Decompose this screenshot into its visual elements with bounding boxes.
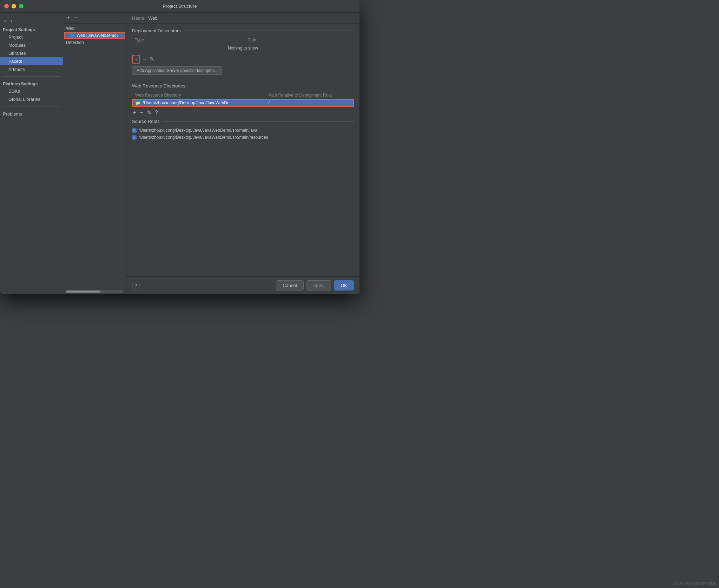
edit-descriptor-button[interactable]: ✎ [149, 56, 155, 63]
add-web-resource-button[interactable]: + [132, 110, 137, 116]
nav-row: ‹ › [0, 15, 63, 25]
source-root-checkbox-1[interactable] [132, 135, 137, 140]
sidebar-item-libraries[interactable]: Libraries [0, 49, 63, 57]
content-header: Name: Web [126, 13, 360, 24]
source-root-item-0: /Users/zhouxucong/Desktop/Java/JavaWebDe… [132, 127, 354, 134]
window-controls [4, 4, 24, 8]
folder-icon: 📁 [136, 101, 140, 105]
source-root-checkbox-0[interactable] [132, 128, 137, 133]
project-settings-header: Project Settings [0, 25, 63, 33]
sidebar-item-artifacts[interactable]: Artifacts [0, 65, 63, 73]
main-layout: ‹ › Project Settings Project Modules Lib… [0, 13, 360, 294]
source-root-path-0: /Users/zhouxucong/Desktop/Java/JavaWebDe… [139, 128, 257, 133]
tree-item-web-javaweb[interactable]: 🌐 Web (JavaWebDemo) [64, 32, 125, 39]
sidebar: ‹ › Project Settings Project Modules Lib… [0, 13, 63, 294]
facets-remove-button[interactable]: − [73, 15, 79, 21]
facets-add-button[interactable]: + [66, 15, 71, 21]
tree-item-label: Web (JavaWebDemo) [77, 33, 118, 38]
facets-toolbar: + − [63, 13, 126, 24]
back-button[interactable]: ‹ [3, 17, 7, 24]
web-facet-icon: 🌐 [70, 33, 74, 38]
remove-descriptor-button[interactable]: − [141, 56, 147, 63]
help-web-resource-button[interactable]: ? [154, 110, 159, 116]
maximize-button[interactable] [19, 4, 24, 8]
web-resource-dir-col: Web Resource Directory [132, 91, 265, 99]
content-area: Name: Web Deployment Descriptors Type Pa… [126, 13, 360, 294]
apply-button[interactable]: Apply [306, 280, 331, 290]
source-root-path-1: /Users/zhouxucong/Desktop/Java/JavaWebDe… [139, 135, 268, 140]
close-button[interactable] [4, 4, 9, 8]
minimize-button[interactable] [12, 4, 16, 8]
sidebar-item-global-libraries[interactable]: Global Libraries [0, 95, 63, 103]
forward-button[interactable]: › [9, 17, 14, 24]
web-resource-toolbar: + − ✎ ? [132, 110, 354, 116]
web-resource-table: Web Resource Directory Path Relative to … [132, 91, 354, 107]
add-app-server-descriptor-button[interactable]: Add Application Server specific descript… [132, 66, 222, 75]
name-value: Web [148, 15, 158, 21]
source-roots-title: Source Roots [132, 119, 354, 124]
help-button[interactable]: ? [132, 282, 140, 289]
add-descriptor-button[interactable]: + [132, 55, 140, 64]
bottom-bar: ? Cancel Apply OK [126, 276, 360, 294]
sidebar-item-project[interactable]: Project [0, 33, 63, 41]
sidebar-divider-2 [3, 106, 60, 106]
deployment-descriptors-title: Deployment Descriptors [132, 28, 354, 33]
tree-sub-detection: Detection [63, 39, 126, 46]
remove-web-resource-button[interactable]: − [139, 110, 144, 116]
sidebar-item-sdks[interactable]: SDKs [0, 87, 63, 95]
type-col-header: Type [132, 36, 245, 44]
path-col-header: Path [245, 36, 354, 44]
sidebar-item-modules[interactable]: Modules [0, 41, 63, 49]
nothing-to-show: Nothing to show [132, 44, 354, 52]
web-resource-rel-col: Path Relative to Deployment Root [265, 91, 354, 99]
web-resource-rel-path: / [265, 99, 354, 106]
web-resource-row[interactable]: 📁 /Users/zhouxucong/Desktop/Java/JavaWeb… [132, 99, 354, 106]
window-title: Project Structure [163, 4, 197, 9]
facets-panel: + − Web 🌐 Web (JavaWebDemo) Detection [63, 13, 126, 294]
ok-button[interactable]: OK [334, 280, 354, 290]
edit-web-resource-button[interactable]: ✎ [146, 110, 152, 116]
name-label: Name: [132, 15, 145, 21]
bottom-right: Cancel Apply OK [276, 280, 354, 290]
app-server-row: Add Application Server specific descript… [132, 66, 354, 75]
content-body: Deployment Descriptors Type Path Nothing… [126, 24, 360, 276]
cancel-button[interactable]: Cancel [276, 280, 303, 290]
source-root-item-1: /Users/zhouxucong/Desktop/Java/JavaWebDe… [132, 134, 354, 141]
facets-tree: Web 🌐 Web (JavaWebDemo) Detection [63, 24, 126, 289]
facets-scrollbar-thumb [66, 290, 100, 293]
tree-group-web: Web [63, 25, 126, 32]
facets-scrollbar[interactable] [66, 290, 123, 293]
web-resource-path: 📁 /Users/zhouxucong/Desktop/Java/JavaWeb… [132, 99, 265, 106]
sidebar-item-facets[interactable]: Facets [0, 57, 63, 65]
deployment-descriptors-table: Type Path Nothing to show [132, 36, 354, 52]
bottom-left: ? [132, 282, 140, 289]
descriptor-toolbar: + − ✎ [132, 55, 354, 64]
title-bar: Project Structure [0, 0, 360, 13]
sidebar-divider [3, 76, 60, 77]
web-resource-directories-title: Web Resource Directories [132, 83, 354, 89]
sidebar-item-problems[interactable]: Problems [0, 109, 63, 118]
platform-settings-header: Platform Settings [0, 79, 63, 87]
